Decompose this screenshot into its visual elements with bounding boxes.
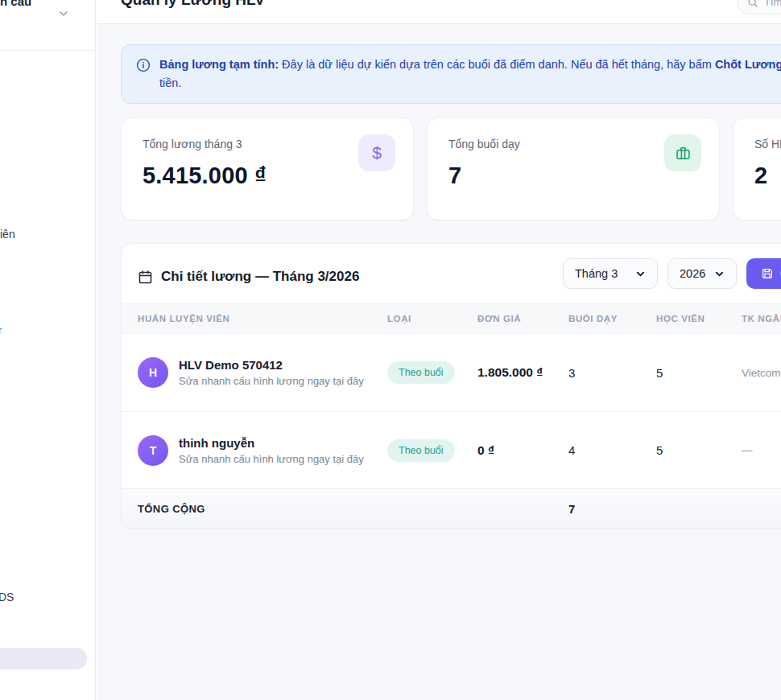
rate-cell: 0 ₫ — [477, 443, 568, 458]
type-cell: Theo buổi — [387, 361, 477, 384]
table-row[interactable]: T thinh nguyễn Sửa nhanh cấu hình lương … — [122, 411, 781, 488]
avatar: H — [138, 357, 168, 388]
chevron-down-icon — [714, 269, 725, 279]
total-sessions: 7 — [568, 502, 656, 516]
month-select-value: Tháng 3 — [575, 267, 618, 280]
students-cell: 5 — [656, 443, 742, 457]
col-rate: ĐƠN GIÁ — [477, 314, 568, 323]
table-row[interactable]: H HLV Demo 570412 Sửa nhanh cấu hình lươ… — [122, 334, 781, 411]
stat-cards: Tổng lương tháng 3 5.415.000 ₫ $ Tổng bu… — [121, 117, 781, 220]
banner-line2: tiền. — [159, 76, 181, 89]
year-select[interactable]: 2026 — [667, 258, 737, 289]
stat-value: 2 — [754, 163, 781, 189]
stat-value: 5.415.000 ₫ — [143, 163, 392, 189]
banner-body: Đây là dữ liệu dự kiến dựa trên các buổi… — [279, 58, 715, 71]
col-type: LOẠI — [387, 314, 477, 323]
banner-action: Chốt Lương — [715, 58, 781, 71]
type-badge: Theo buổi — [387, 361, 455, 384]
stat-label: Số HLV — [754, 138, 781, 150]
sidebar-divider — [0, 50, 96, 51]
table-title: Chi tiết lương — Tháng 3/2026 — [161, 269, 359, 285]
trainer-cell: T thinh nguyễn Sửa nhanh cấu hình lương … — [138, 435, 387, 466]
finalize-salary-button[interactable]: Chốt Lương — [746, 258, 781, 289]
table-controls: Tháng 3 2026 Chốt Lương — [563, 258, 781, 289]
info-banner: Bảng lương tạm tính: Đây là dữ liệu dự k… — [121, 44, 781, 104]
sidebar-item-fragment-ds[interactable]: DS — [0, 591, 14, 603]
chevron-down-icon[interactable] — [57, 7, 70, 20]
search-input[interactable]: Tìm — [737, 0, 781, 14]
stat-card-trainer-count: Số HLV 2 — [733, 117, 781, 220]
sidebar: n cầu iên r DS — [0, 0, 96, 700]
dollar-icon: $ — [358, 134, 395, 171]
stat-label: Tổng buổi dạy — [448, 138, 698, 150]
trainer-info: HLV Demo 570412 Sửa nhanh cấu hình lương… — [179, 358, 364, 387]
col-bank: TK NGÂN HÀNG — [742, 314, 781, 323]
briefcase-icon — [664, 134, 701, 171]
sessions-cell: 3 — [568, 366, 656, 380]
trainer-name: HLV Demo 570412 — [179, 358, 364, 372]
trainer-name: thinh nguyễn — [179, 436, 364, 450]
page-title: Quản lý Lương HLV — [121, 0, 265, 9]
col-sessions: BUỔI DẠY — [568, 314, 656, 323]
banner-lead: Bảng lương tạm tính: — [159, 58, 279, 71]
bank-cell: — — [742, 444, 781, 456]
type-cell: Theo buổi — [387, 439, 477, 462]
total-label: TỔNG CỘNG — [138, 503, 387, 515]
calendar-icon — [138, 270, 153, 285]
info-icon — [136, 58, 151, 93]
col-trainer: HUẤN LUYỆN VIÊN — [138, 314, 387, 323]
year-select-value: 2026 — [680, 267, 705, 280]
edit-salary-config-link[interactable]: Sửa nhanh cấu hình lương ngay tại đây — [179, 375, 364, 387]
table-title-group: Chi tiết lương — Tháng 3/2026 — [138, 269, 359, 285]
sidebar-item-fragment[interactable]: iên — [0, 228, 15, 241]
stat-value: 7 — [448, 163, 698, 189]
bank-cell: Vietcombank — [742, 367, 781, 379]
save-icon — [761, 267, 774, 280]
topbar: Quản lý Lương HLV Tìm — [97, 0, 781, 24]
sessions-cell: 4 — [568, 443, 656, 457]
main-area: Quản lý Lương HLV Tìm Bảng lương tạm tín… — [97, 0, 781, 700]
sidebar-link-fragment[interactable]: r — [0, 324, 2, 336]
rate-cell: 1.805.000 ₫ — [477, 365, 568, 380]
edit-salary-config-link[interactable]: Sửa nhanh cấu hình lương ngay tại đây — [179, 453, 364, 465]
salary-table-card: Chi tiết lương — Tháng 3/2026 Tháng 3 20… — [121, 243, 781, 529]
table-footer: TỔNG CỘNG 7 — [122, 488, 781, 528]
search-placeholder: Tìm — [764, 0, 781, 8]
avatar: T — [138, 435, 168, 466]
search-icon — [747, 0, 758, 8]
content: Bảng lương tạm tính: Đây là dữ liệu dự k… — [97, 24, 781, 700]
stat-card-total-salary: Tổng lương tháng 3 5.415.000 ₫ $ — [121, 117, 414, 220]
students-cell: 5 — [656, 366, 742, 380]
sidebar-section-label[interactable]: n cầu — [0, 0, 31, 8]
col-students: HỌC VIÊN — [656, 314, 742, 323]
stat-label: Tổng lương tháng 3 — [143, 138, 392, 150]
chevron-down-icon — [635, 269, 646, 279]
trainer-cell: H HLV Demo 570412 Sửa nhanh cấu hình lươ… — [138, 357, 387, 388]
stat-card-total-sessions: Tổng buổi dạy 7 — [427, 117, 720, 220]
trainer-info: thinh nguyễn Sửa nhanh cấu hình lương ng… — [179, 436, 364, 465]
month-select[interactable]: Tháng 3 — [563, 258, 658, 289]
table-header: Chi tiết lương — Tháng 3/2026 Tháng 3 20… — [122, 244, 781, 303]
banner-text: Bảng lương tạm tính: Đây là dữ liệu dự k… — [159, 56, 781, 93]
type-badge: Theo buổi — [387, 439, 455, 462]
sidebar-active-item[interactable] — [0, 648, 87, 669]
table-column-header: HUẤN LUYỆN VIÊN LOẠI ĐƠN GIÁ BUỔI DẠY HỌ… — [122, 303, 781, 334]
